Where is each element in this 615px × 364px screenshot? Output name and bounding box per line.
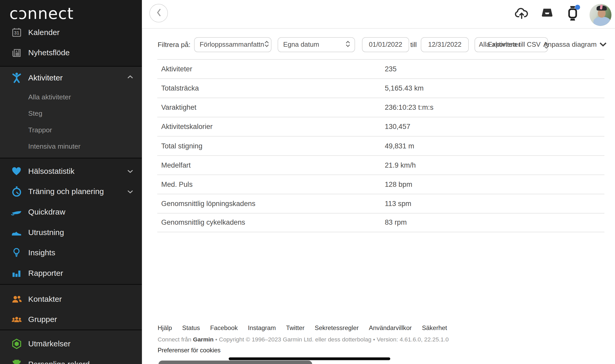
cookie-preferences-link[interactable]: Preferenser för cookies [158, 347, 220, 354]
copyright-line: Connect från Garmin • Copyright © 1996–2… [158, 336, 449, 342]
sidebar-item-trappor[interactable]: Trappor [0, 122, 142, 138]
till-label: till [410, 41, 417, 49]
footer-links: Hjälp Status Facebook Instagram Twitter … [158, 325, 447, 332]
lightbulb-icon [10, 247, 23, 258]
table-row: Genomsnittlig löpningskadens113 spm [157, 194, 604, 213]
sidebar-item-utrustning[interactable]: Utrustning [0, 222, 142, 243]
back-button[interactable] [149, 4, 168, 22]
footer-link-instagram[interactable]: Instagram [248, 325, 276, 332]
main-content: Filtrera på: Förloppssammanfattn Egna da… [142, 0, 615, 364]
inbox-icon[interactable] [541, 8, 554, 20]
sidebar-item-nyhetsflode[interactable]: Nyhetsflöde [0, 42, 142, 63]
table-row: Totalsträcka5,165.43 km [157, 78, 604, 98]
cloud-upload-icon[interactable] [514, 7, 529, 21]
hexagon-badge-icon [10, 338, 23, 349]
sidebar-item-quickdraw[interactable]: Quickdraw [0, 202, 142, 222]
footer-link-anvandarvillkor[interactable]: Användarvillkor [369, 325, 412, 332]
select-updown-icon [264, 40, 270, 50]
stopwatch-icon [10, 186, 23, 197]
sidebar-social-section: Kontakter Grupper [0, 285, 142, 329]
heart-icon [10, 166, 23, 176]
chevron-down-icon [127, 169, 133, 175]
sidebar-item-kontakter[interactable]: Kontakter [0, 289, 142, 309]
sidebar-item-intensiva-minuter[interactable]: Intensiva minuter [0, 138, 142, 155]
sidebar-awards-section: Utmärkelser Personliga rekord [0, 330, 142, 364]
customize-chart-button[interactable]: Anpassa diagram [543, 40, 607, 49]
sidebar-item-alla-aktiviteter[interactable]: Alla aktiviteter [0, 89, 142, 105]
bottom-black-bar [229, 358, 390, 360]
export-csv-label[interactable]: Exportera till CSV [488, 41, 541, 49]
sidebar-item-halsostatistik[interactable]: Hälsostatistik [0, 161, 142, 181]
summary-type-select[interactable]: Förloppssammanfattn [194, 37, 271, 52]
calendar-icon: 31 [10, 27, 23, 38]
groups-icon [10, 314, 23, 325]
table-row: Varaktighet236:10:23 t:m:s [157, 98, 604, 117]
filter-label: Filtrera på: [158, 41, 190, 49]
news-feed-icon [10, 47, 23, 58]
footer-link-hjalp[interactable]: Hjälp [158, 325, 172, 332]
date-to-input[interactable]: 12/31/2022 [421, 37, 469, 52]
svg-text:31: 31 [14, 30, 19, 35]
avatar[interactable] [590, 4, 612, 26]
activity-type-select[interactable]: Alla aktiviteter Exportera till CSV [475, 37, 548, 52]
sidebar-item-utmarkelser[interactable]: Utmärkelser [0, 333, 142, 354]
contacts-icon [10, 293, 23, 305]
date-from-input[interactable]: 01/01/2022 [362, 37, 409, 52]
stats-table: Aktiviteter235 Totalsträcka5,165.43 km V… [157, 59, 604, 232]
sidebar-item-kalender[interactable]: 31 Kalender [0, 22, 142, 43]
activity-person-icon [10, 72, 23, 84]
sidebar-item-personliga-rekord[interactable]: Personliga rekord [0, 354, 142, 364]
boat-icon [10, 206, 23, 218]
notification-dot [575, 5, 580, 10]
footer-link-status[interactable]: Status [182, 325, 200, 332]
footer-link-sekretessregler[interactable]: Sekretessregler [315, 325, 358, 332]
sidebar-item-grupper[interactable]: Grupper [0, 309, 142, 330]
sidebar-top-section: cɔnnect 31 Kalender Nyhetsflöde [0, 0, 142, 66]
sidebar-item-steg[interactable]: Steg [0, 105, 142, 122]
trophy-icon [10, 358, 23, 364]
sidebar-item-insights[interactable]: Insights [0, 242, 142, 263]
chevron-down-icon [599, 42, 607, 47]
garmin-connect-app: cɔnnect 31 Kalender Nyhetsflöde [0, 0, 615, 364]
table-row: Genomsnittlig cykelkadens83 rpm [157, 213, 604, 232]
table-row: Aktiviteter235 [157, 59, 604, 78]
footer-link-twitter[interactable]: Twitter [286, 325, 305, 332]
sidebar: cɔnnect 31 Kalender Nyhetsflöde [0, 0, 142, 364]
footer-link-sakerhet[interactable]: Säkerhet [422, 325, 447, 332]
sidebar-item-rapporter[interactable]: Rapporter [0, 263, 142, 283]
table-row: Aktivitetskalorier130,457 [157, 117, 604, 136]
table-row: Medelfart21.9 km/h [157, 155, 604, 175]
sidebar-activities-section: Aktiviteter Alla aktiviteter Steg Trappo… [0, 67, 142, 158]
connect-logo[interactable]: cɔnnect [9, 4, 74, 23]
table-row: Total stigning49,831 m [157, 136, 604, 155]
running-shoe-icon [10, 226, 23, 238]
sidebar-middle-section: Hälsostatistik Träning och planering Qui [0, 159, 142, 284]
sidebar-item-aktiviteter[interactable]: Aktiviteter [0, 67, 142, 89]
select-updown-icon [345, 40, 351, 50]
footer-link-facebook[interactable]: Facebook [210, 325, 238, 332]
chevron-down-icon [127, 189, 133, 195]
date-range-select[interactable]: Egna datum [278, 37, 355, 52]
chevron-up-icon [127, 74, 133, 80]
garmin-brand: Garmin [193, 336, 213, 342]
bar-chart-icon [10, 267, 23, 278]
sidebar-item-traning-och-planering[interactable]: Träning och planering [0, 181, 142, 202]
bottom-gray-toast [158, 361, 312, 364]
table-row: Med. Puls128 bpm [157, 175, 604, 194]
back-chevron-icon [156, 8, 162, 18]
